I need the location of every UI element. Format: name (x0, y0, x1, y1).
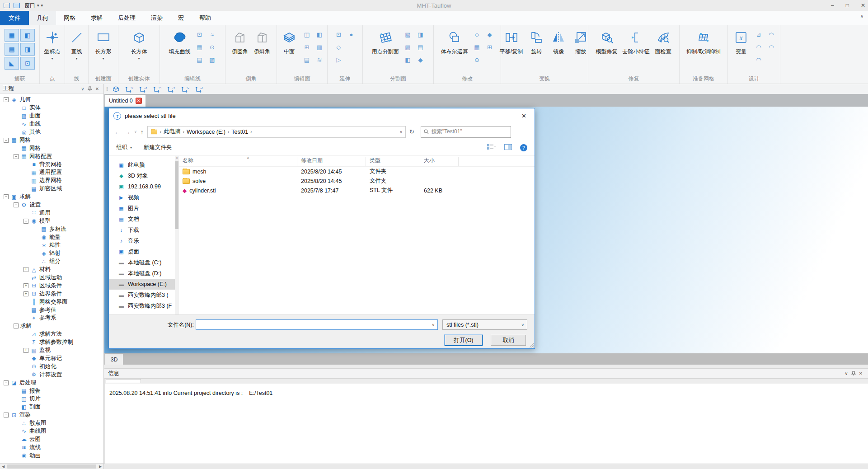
menu-item-网格[interactable]: 网格 (56, 11, 83, 25)
box-button[interactable]: 长方体 ▾ (129, 28, 150, 61)
tree-item-云图[interactable]: ☁云图 (0, 435, 103, 443)
new-folder-button[interactable]: 新建文件夹 (144, 144, 172, 151)
menu-item-帮助[interactable]: 帮助 (192, 11, 219, 25)
mid-surface-button[interactable]: 中面 (279, 28, 300, 56)
tree-item-曲面[interactable]: ▨曲面 (0, 112, 103, 120)
info-hscrollbar[interactable] (105, 379, 868, 384)
tree-item-散点图[interactable]: ∴散点图 (0, 419, 103, 427)
collapse-icon[interactable]: − (14, 324, 19, 328)
organize-caret-icon[interactable]: ▾ (130, 145, 132, 150)
tree-item-粘性[interactable]: ∗粘性 (0, 241, 103, 249)
tree-item-曲线图[interactable]: ∿曲线图 (0, 427, 103, 436)
sidebar-item-本地磁盘 (D:)[interactable]: ▬本地磁盘 (D:) (109, 268, 175, 279)
info-chevron-down-icon[interactable]: ∨ (843, 371, 850, 377)
tree-item-边界网格[interactable]: ▥边界网格 (0, 177, 103, 185)
tree-item-曲线[interactable]: ∿曲线 (0, 120, 103, 128)
menu-item-文件[interactable]: 文件 (0, 11, 29, 25)
dialog-titlebar[interactable]: τ please select stl file ✕ (109, 108, 535, 123)
expand-icon[interactable]: + (23, 291, 28, 296)
file-row-mesh[interactable]: mesh2025/8/20 14:45文件夹 (179, 167, 535, 176)
filetype-select[interactable]: stl files (*.stl) ∨ (442, 319, 527, 330)
sidebar-item-桌面[interactable]: ▣桌面 (109, 246, 175, 257)
view-minus-x-icon[interactable]: -X (139, 85, 147, 93)
panel-close-icon[interactable]: ✕ (94, 86, 101, 92)
nav-forward-icon[interactable]: → (124, 128, 131, 136)
merge-face-icon[interactable]: ◫ (303, 30, 311, 38)
view-plusminus-y-icon[interactable]: +Y (153, 85, 161, 93)
sidebar-item-图片[interactable]: ▦图片 (109, 203, 175, 214)
tree-item-辐射[interactable]: ◈辐射 (0, 249, 103, 258)
pin-point-icon[interactable]: ▤ (196, 56, 204, 64)
split-surface-6-icon[interactable]: ◆ (417, 56, 425, 64)
sidebar-scrollbar[interactable]: ∧ (175, 156, 179, 314)
project-curve-icon[interactable]: ⊙ (208, 43, 216, 51)
nav-back-icon[interactable]: ← (114, 128, 121, 136)
split-surface-1-icon[interactable]: ▧ (404, 30, 412, 38)
viewport-tab-3d[interactable]: 3D (105, 354, 123, 365)
patch-face-icon[interactable]: ◧ (315, 30, 324, 38)
tree-item-后处理[interactable]: −◪后处理 (0, 379, 103, 387)
ribbon-collapse-icon[interactable]: ∧ (860, 14, 863, 19)
model-repair-button[interactable]: 模型修复 (594, 28, 619, 56)
tree-item-加密区域[interactable]: ▤加密区域 (0, 185, 103, 193)
column-date[interactable]: 修改日期 (297, 157, 366, 166)
split-surface-4-icon[interactable]: ◨ (417, 30, 425, 38)
tree-item-边界条件[interactable]: +⊞边界条件 (0, 290, 103, 298)
cancel-button[interactable]: 取消 (491, 335, 526, 346)
wave-face-icon[interactable]: ≋ (315, 56, 324, 64)
help-icon[interactable]: ? (520, 144, 527, 151)
save-icon[interactable] (14, 3, 20, 8)
search-box[interactable]: 搜索"Test01" (421, 126, 511, 138)
sidebar-item-本地磁盘 (C:)[interactable]: ▬本地磁盘 (C:) (109, 257, 175, 268)
collapse-icon[interactable]: − (4, 413, 9, 417)
tree-item-通用配置[interactable]: ▦通用配置 (0, 169, 103, 177)
extend-face-icon[interactable]: ◇ (335, 43, 343, 51)
snap-endpoint-icon[interactable]: ◧ (20, 29, 35, 42)
info-close-icon[interactable]: ✕ (857, 371, 864, 377)
document-tab-close-icon[interactable]: ✕ (136, 98, 142, 104)
view-minus-z-icon[interactable]: -Z (195, 85, 203, 93)
tree-item-监视[interactable]: +▧监视 (0, 347, 103, 355)
chamfer-button[interactable]: 倒斜角 (252, 28, 272, 56)
toolbar-drag-handle[interactable]: ⁞⁞ (106, 86, 107, 92)
tree-item-区域条件[interactable]: +⊞区域条件 (0, 281, 103, 290)
tree-item-渲染[interactable]: −⊡渲染 (0, 411, 103, 419)
dialog-resize-grip[interactable] (529, 343, 534, 347)
column-name[interactable]: 名称 (179, 157, 297, 166)
design-sensor-4-icon[interactable]: ◠ (767, 43, 775, 51)
collapse-icon[interactable]: − (14, 202, 19, 207)
point-on-curve-icon[interactable]: ⊡ (196, 30, 204, 38)
breadcrumb-item-此电脑[interactable]: 此电脑 (164, 128, 181, 136)
breadcrumb[interactable]: ›此电脑›Workspace (E:)›Test01› ∨ (147, 126, 406, 138)
sidebar-item-西安数峰内部3 (F[interactable]: ▬西安数峰内部3 (F (109, 300, 175, 311)
collapse-icon[interactable]: − (4, 194, 9, 199)
tree-item-设置[interactable]: −⚙设置 (0, 201, 103, 209)
scroll-right-icon[interactable]: ▶ (97, 464, 103, 469)
design-sensor-2-icon[interactable]: ◠ (755, 56, 763, 64)
menu-item-几何[interactable]: 几何 (29, 11, 56, 25)
organize-button[interactable]: 组织 (116, 144, 127, 151)
tree-item-参考系[interactable]: ⌖参考系 (0, 314, 103, 322)
sidebar-item-视频[interactable]: ▶视频 (109, 192, 175, 203)
column-size[interactable]: 大小 (420, 157, 459, 166)
file-row-solve[interactable]: solve2025/8/20 14:45文件夹 (179, 176, 535, 186)
panel-chevron-down-icon[interactable]: ∨ (79, 86, 86, 92)
refresh-icon[interactable]: ↻ (409, 128, 414, 135)
tree-item-组分[interactable]: ∴组分 (0, 258, 103, 266)
stitch-face-icon[interactable]: ▥ (315, 43, 324, 51)
axis-cube-icon[interactable] (112, 85, 120, 93)
tree-item-计算设置[interactable]: ⚙计算设置 (0, 371, 103, 379)
quick-access-window-menu[interactable]: 窗口 (24, 2, 35, 9)
tree-item-网格配置[interactable]: −▦网格配置 (0, 152, 103, 160)
suppress-unsuppress-button[interactable]: 抑制/取消抑制 (685, 28, 722, 56)
tree-item-其他[interactable]: ◎其他 (0, 128, 103, 136)
tree-item-单元标记[interactable]: ◆单元标记 (0, 355, 103, 363)
scroll-left-icon[interactable]: ◀ (0, 464, 6, 469)
rotate-button[interactable]: 旋转 (526, 28, 547, 56)
menu-item-宏[interactable]: 宏 (170, 11, 192, 25)
tree-item-求解参数控制[interactable]: Σ求解参数控制 (0, 338, 103, 347)
collapse-icon[interactable]: − (14, 154, 19, 159)
split-surface-3-icon[interactable]: ◧ (404, 56, 412, 64)
minimize-button[interactable]: – (831, 3, 834, 8)
filename-caret-icon[interactable]: ∨ (432, 323, 437, 327)
